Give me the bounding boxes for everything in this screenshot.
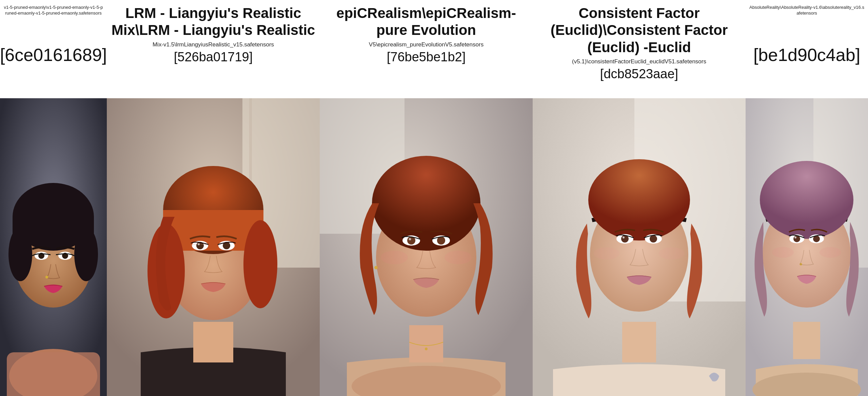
image-col-4 [533, 98, 746, 396]
col4-header: Consistent Factor (Euclid)\Consistent Fa… [533, 3, 746, 83]
svg-rect-2 [7, 352, 100, 396]
col5-model-path: AbsoluteReality\AbsoluteReality-v1.6\abs… [747, 5, 867, 16]
svg-rect-16 [193, 322, 233, 362]
svg-point-50 [650, 235, 657, 243]
images-row [0, 98, 868, 396]
col2-header: LRM - Liangyiu's Realistic Mix\LRM - Lia… [107, 3, 320, 66]
col3-header: epiCRealism\epiCRealism-pure Evolution V… [320, 3, 533, 66]
svg-point-38 [409, 238, 411, 241]
image-col-3 [320, 98, 533, 396]
col4-model-hash: [dcb8523aae] [600, 67, 678, 81]
svg-point-64 [794, 236, 796, 238]
svg-point-40 [445, 251, 472, 264]
svg-point-46 [588, 159, 690, 241]
svg-point-52 [594, 247, 619, 259]
col1-model-hash: [6ce0161689] [0, 18, 107, 65]
svg-point-12 [45, 276, 48, 278]
svg-point-59 [760, 161, 853, 239]
svg-point-39 [381, 251, 408, 264]
svg-point-41 [374, 266, 378, 269]
image-col-2 [107, 98, 320, 396]
col3-model-name: epiCRealism\epiCRealism-pure Evolution [321, 5, 531, 39]
col2-model-path: Mix-v1.5\lrmLiangyiusRealistic_v15.safet… [153, 41, 274, 48]
col4-model-name: Consistent Factor (Euclid)\Consistent Fa… [534, 5, 744, 56]
svg-point-66 [772, 247, 794, 258]
image-col-5 [746, 98, 868, 396]
col2-model-hash: [526ba01719] [174, 50, 253, 64]
col5-header: AbsoluteReality\AbsoluteReality-v1.6\abs… [746, 3, 868, 67]
svg-point-31 [425, 348, 428, 350]
svg-point-53 [659, 247, 685, 259]
col1-header: v1-5-pruned-emaonly\v1-5-pruned-emaonly-… [0, 3, 107, 67]
svg-point-21 [243, 220, 277, 308]
col4-model-path: (v5.1)\consistentFactorEuclid_euclidV51.… [572, 58, 706, 65]
svg-point-7 [74, 227, 98, 281]
image-col-1 [0, 98, 107, 396]
svg-point-6 [8, 227, 32, 281]
col1-model-path: v1-5-pruned-emaonly\v1-5-pruned-emaonly-… [1, 5, 105, 16]
col3-model-path: V5\epicrealism_pureEvolutionV5.safetenso… [369, 41, 484, 48]
svg-rect-57 [793, 322, 820, 359]
svg-point-67 [820, 247, 841, 258]
header-row: v1-5-pruned-emaonly\v1-5-pruned-emaonly-… [0, 0, 868, 98]
svg-rect-44 [622, 322, 656, 362]
svg-point-51 [623, 236, 625, 238]
col2-model-name: LRM - Liangyiu's Realistic Mix\LRM - Lia… [108, 5, 318, 39]
col5-model-hash: [be1d90c4ab] [753, 18, 860, 65]
svg-point-33 [372, 156, 480, 251]
col3-model-hash: [76be5be1b2] [387, 50, 466, 64]
